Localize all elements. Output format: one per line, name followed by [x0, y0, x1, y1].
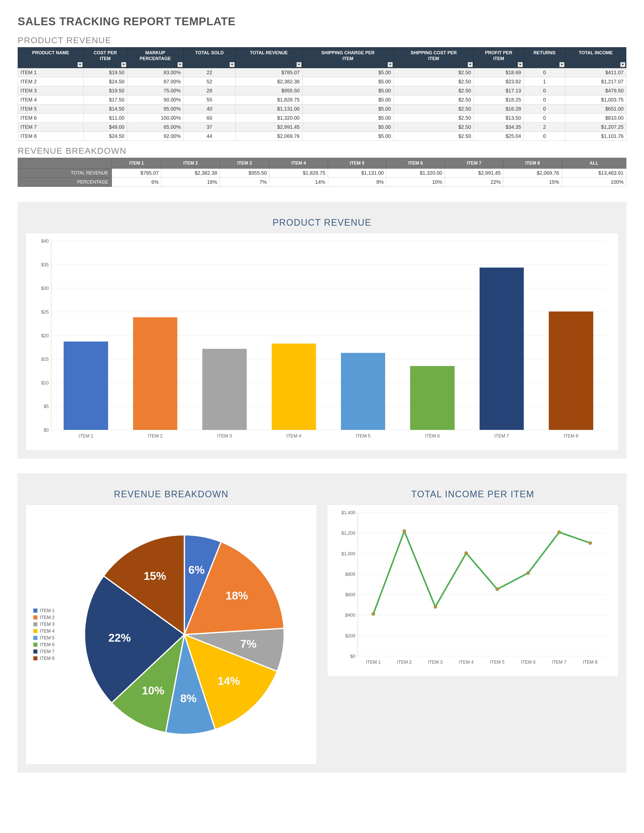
- filter-dropdown-icon[interactable]: [468, 62, 473, 67]
- table-cell: $24.50: [83, 77, 127, 86]
- legend-item: ITEM 2: [33, 615, 55, 620]
- pie-slice-label: 22%: [108, 632, 131, 644]
- table-cell: $17.13: [474, 86, 524, 95]
- table-cell: 87.00%: [127, 77, 184, 86]
- table-cell: $24.50: [83, 132, 127, 141]
- filter-dropdown-icon[interactable]: [620, 62, 625, 67]
- column-header: ITEM 6: [386, 158, 445, 169]
- table-cell: $5.00: [302, 95, 393, 105]
- legend-item: ITEM 4: [33, 629, 55, 634]
- pie-slice-label: 18%: [225, 589, 248, 602]
- column-header: PROFIT PERITEM: [474, 47, 524, 68]
- bar-rect: [133, 317, 177, 430]
- table-cell: $19.50: [83, 86, 127, 95]
- bar-rect: [549, 312, 593, 430]
- filter-dropdown-icon[interactable]: [518, 62, 523, 67]
- legend-label: ITEM 2: [40, 615, 55, 620]
- table-cell: 65.00%: [127, 123, 184, 132]
- pie-slice-label: 8%: [180, 692, 196, 704]
- table-cell: $651.00: [565, 105, 626, 114]
- table-cell: 90.00%: [127, 95, 184, 105]
- table-row: ITEM 8$24.5092.00%44$2,069.76$5.00$2.50$…: [18, 132, 626, 141]
- table-cell: $1,320.00: [235, 114, 302, 123]
- table-cell: $1,131.00: [328, 169, 386, 178]
- table-cell: $810.00: [565, 114, 626, 123]
- table-cell: $2.50: [393, 123, 473, 132]
- y-axis-tick-label: $0: [335, 654, 355, 659]
- pie-chart-title: REVENUE BREAKDOWN: [26, 489, 317, 500]
- bar: ITEM 1: [64, 341, 108, 430]
- bar: ITEM 2: [133, 317, 177, 430]
- column-header: MARKUPPERCENTAGE: [127, 47, 184, 68]
- table-row: PERCENTAGE6%18%7%14%8%10%22%15%100%: [18, 178, 626, 187]
- table-cell: ITEM 2: [18, 77, 84, 86]
- table-cell: ITEM 4: [18, 95, 84, 105]
- table-row: ITEM 1$19.5083.00%22$785.07$5.00$2.50$18…: [18, 68, 626, 77]
- table-cell: $11.00: [83, 114, 127, 123]
- table-cell: $18.69: [474, 68, 524, 77]
- bar-rect: [202, 349, 247, 430]
- table-cell: $1,320.00: [386, 169, 445, 178]
- bar-rect: [480, 268, 524, 430]
- table-row: ITEM 4$17.5090.00%55$1,828.75$5.00$2.50$…: [18, 95, 626, 105]
- table-cell: $5.00: [302, 86, 393, 95]
- table-cell: 22: [184, 68, 235, 77]
- table-cell: $2.50: [393, 86, 473, 95]
- y-axis-tick-label: $1,000: [335, 551, 355, 556]
- bar-rect: [272, 344, 316, 430]
- filter-dropdown-icon[interactable]: [296, 62, 301, 67]
- filter-dropdown-icon[interactable]: [77, 62, 82, 67]
- x-axis-tick-label: ITEM 8: [564, 433, 578, 439]
- table-cell: $2.50: [393, 68, 473, 77]
- x-axis-tick-label: ITEM 5: [356, 433, 370, 439]
- bar-chart-panel: PRODUCT REVENUE $0$5$10$15$20$25$30$35$4…: [18, 202, 626, 458]
- table-cell: $13.50: [474, 114, 524, 123]
- y-axis-tick-label: $600: [335, 592, 355, 598]
- filter-dropdown-icon[interactable]: [388, 62, 393, 67]
- bar-rect: [64, 341, 108, 430]
- bar: ITEM 8: [549, 312, 593, 430]
- table-cell: $5.00: [302, 105, 393, 114]
- table-cell: 14%: [269, 178, 328, 187]
- table-cell: $2,069.76: [503, 169, 562, 178]
- x-axis-tick-label: ITEM 1: [79, 433, 93, 439]
- table-row: ITEM 7$49.0065.00%37$2,991.45$5.00$2.50$…: [18, 123, 626, 132]
- y-axis-tick-label: $15: [34, 357, 49, 362]
- table-cell: $2.50: [393, 77, 473, 86]
- table-row: ITEM 5$14.5095.00%40$1,131.00$5.00$2.50$…: [18, 105, 626, 114]
- column-header: PRODUCT NAME: [18, 47, 84, 68]
- table-cell: 37: [184, 123, 235, 132]
- column-header: ALL: [562, 158, 626, 169]
- bar-rect: [410, 366, 455, 430]
- table-cell: 18%: [161, 178, 220, 187]
- filter-dropdown-icon[interactable]: [559, 62, 564, 67]
- row-label: PERCENTAGE: [18, 178, 112, 187]
- x-axis-tick-label: ITEM 5: [490, 659, 505, 665]
- table-cell: 1: [524, 77, 565, 86]
- filter-dropdown-icon[interactable]: [230, 62, 235, 67]
- table-cell: 52: [184, 77, 235, 86]
- table-cell: $1,217.07: [565, 77, 626, 86]
- filter-dropdown-icon[interactable]: [177, 62, 183, 67]
- legend-swatch-icon: [33, 616, 37, 619]
- table-row: ITEM 2$24.5087.00%52$2,382.38$5.00$2.50$…: [18, 77, 626, 86]
- table-cell: $5.00: [302, 77, 393, 86]
- x-axis-tick-label: ITEM 4: [459, 659, 473, 665]
- revenue-breakdown-pie-chart: ITEM 1ITEM 2ITEM 3ITEM 4ITEM 5ITEM 6ITEM…: [33, 510, 309, 759]
- table-cell: 0: [524, 68, 565, 77]
- bar: ITEM 4: [272, 344, 316, 430]
- bottom-charts-panel: REVENUE BREAKDOWN ITEM 1ITEM 2ITEM 3ITEM…: [18, 474, 626, 772]
- table-cell: $2,991.45: [235, 123, 302, 132]
- table-cell: ITEM 3: [18, 86, 84, 95]
- y-axis-tick-label: $200: [335, 633, 355, 638]
- table-cell: $16.28: [474, 105, 524, 114]
- table-cell: 0: [524, 114, 565, 123]
- row-label: TOTAL REVENUE: [18, 169, 112, 178]
- line-chart-title: TOTAL INCOME PER ITEM: [327, 489, 618, 500]
- y-axis-tick-label: $40: [34, 238, 49, 244]
- page-title: SALES TRACKING REPORT TEMPLATE: [18, 15, 626, 28]
- filter-dropdown-icon[interactable]: [121, 62, 126, 67]
- table-cell: 0: [524, 86, 565, 95]
- table-cell: $14.50: [83, 105, 127, 114]
- table-cell: $1,828.75: [269, 169, 328, 178]
